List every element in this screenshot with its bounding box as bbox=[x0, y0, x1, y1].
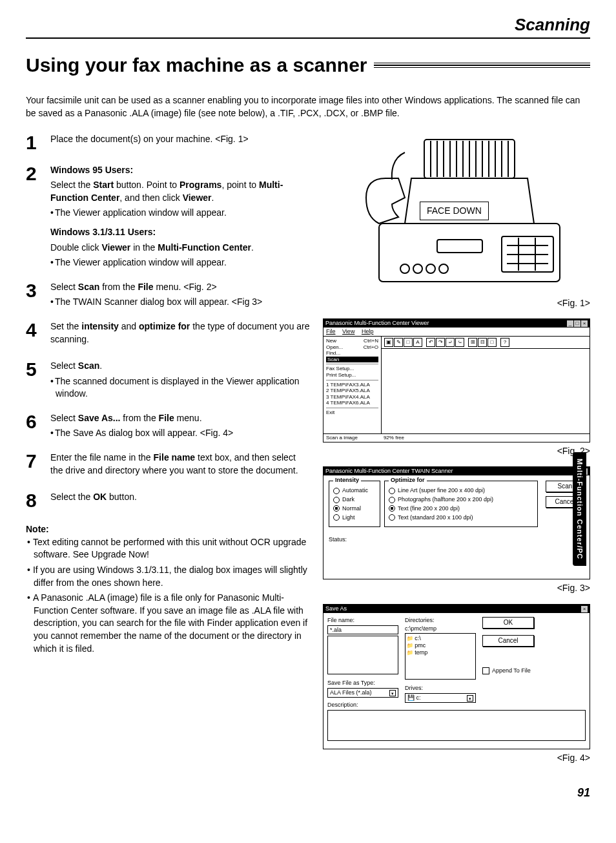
svg-rect-15 bbox=[437, 240, 482, 253]
toolbar-button[interactable]: ✎ bbox=[394, 338, 403, 347]
step-text: Select the OK button. bbox=[50, 491, 310, 504]
radio-light[interactable]: Light bbox=[333, 514, 376, 521]
radio-text-standard[interactable]: Text (standard 200 x 100 dpi) bbox=[389, 514, 533, 521]
directories-listbox[interactable]: c:\ pmc temp bbox=[405, 633, 476, 680]
window-title: Panasonic Multi-Function Center TWAIN Sc… bbox=[325, 468, 453, 475]
figures-column: FACE DOWN <Fig. 1> Panasonic Multi-Funct… bbox=[323, 133, 590, 774]
toolbar-button[interactable]: ↶ bbox=[426, 338, 435, 347]
radio-text-fine[interactable]: Text (fine 200 x 200 dpi) bbox=[389, 505, 533, 512]
intensity-legend: Intensity bbox=[333, 477, 361, 484]
intro-paragraph: Your facsimile unit can be used as a sca… bbox=[26, 94, 581, 120]
toolbar-button[interactable]: ⊞ bbox=[468, 338, 477, 347]
menu-item-exit[interactable]: Exit bbox=[326, 410, 378, 416]
step-5: 5 Select Scan. The scanned document is d… bbox=[26, 360, 310, 401]
menu-item-scan[interactable]: Scan bbox=[326, 357, 378, 363]
dir-item[interactable]: c:\ bbox=[407, 635, 474, 642]
menu-item-open[interactable]: Open... bbox=[326, 344, 343, 351]
menu-item-printsetup[interactable]: Print Setup... bbox=[326, 372, 378, 379]
bold: OK bbox=[93, 492, 107, 502]
toolbar-button[interactable]: ⤿ bbox=[455, 338, 464, 347]
menu-item-faxsetup[interactable]: Fax Setup... bbox=[326, 366, 378, 372]
t: Select bbox=[50, 360, 78, 371]
figure-4-saveas-dialog: Save As × File name: *.ala Save File as … bbox=[323, 604, 590, 749]
menu-help[interactable]: Help bbox=[362, 328, 374, 335]
menu-view[interactable]: View bbox=[342, 328, 354, 335]
close-icon[interactable]: × bbox=[581, 606, 588, 612]
figure-2-viewer-window: Panasonic Multi-Function Center Viewer _… bbox=[323, 318, 590, 442]
recent-file[interactable]: 2 TEMP\FAX5.ALA bbox=[326, 388, 378, 394]
step-number: 2 bbox=[26, 164, 43, 269]
step-text: Enter the file name in the File name tex… bbox=[50, 452, 310, 477]
t: in the bbox=[130, 242, 158, 253]
maximize-icon[interactable]: □ bbox=[574, 320, 580, 327]
description-input[interactable] bbox=[327, 710, 586, 741]
status-free: 92% free bbox=[384, 435, 404, 441]
step-text: Select the Start button. Point to Progra… bbox=[50, 179, 310, 204]
figure-3-caption: <Fig. 3> bbox=[323, 582, 590, 595]
radio-photographs[interactable]: Photographs (halftone 200 x 200 dpi) bbox=[389, 496, 533, 503]
combo-value: 💾 c: bbox=[407, 694, 421, 702]
chevron-down-icon[interactable]: ▾ bbox=[389, 690, 396, 696]
window-titlebar: Save As × bbox=[323, 605, 590, 613]
append-checkbox[interactable]: Append To File bbox=[482, 667, 534, 674]
side-tab: Multi-Function Center/PC bbox=[573, 452, 586, 566]
window-titlebar: Panasonic Multi-Function Center Viewer _… bbox=[323, 319, 590, 328]
drives-combo[interactable]: 💾 c:▾ bbox=[405, 693, 476, 703]
toolbar: ▣✎□A ↶↷⤾⤿ ⊞⊟□ ? bbox=[382, 337, 590, 349]
dir-item[interactable]: temp bbox=[407, 649, 474, 656]
savetype-combo[interactable]: ALA Files (*.ala)▾ bbox=[327, 688, 398, 698]
t: menu. <Fig. 2> bbox=[154, 282, 217, 292]
step-2: 2 Windows 95 Users: Select the Start but… bbox=[26, 164, 310, 269]
bullet: The Viewer application window will appea… bbox=[50, 207, 310, 220]
t: from the bbox=[99, 282, 138, 292]
minimize-icon[interactable]: _ bbox=[567, 320, 573, 327]
menu-file[interactable]: File bbox=[326, 328, 336, 335]
recent-file[interactable]: 3 TEMP\FAX4.ALA bbox=[326, 394, 378, 401]
toolbar-button[interactable]: ? bbox=[500, 338, 509, 347]
toolbar-button[interactable]: ⤾ bbox=[446, 338, 455, 347]
win31-heading: Windows 3.1/3.11 Users: bbox=[50, 227, 156, 237]
t: . bbox=[99, 360, 102, 371]
dir-item[interactable]: pmc bbox=[407, 642, 474, 649]
bullet: The TWAIN Scanner dialog box will appear… bbox=[50, 296, 310, 309]
radio-dark[interactable]: Dark bbox=[333, 496, 376, 503]
t: Double click bbox=[50, 242, 101, 253]
toolbar-button[interactable]: □ bbox=[404, 338, 413, 347]
filename-listbox[interactable] bbox=[327, 636, 398, 674]
menu-item-new[interactable]: New bbox=[326, 338, 336, 344]
close-icon[interactable]: × bbox=[581, 320, 588, 327]
t: and bbox=[119, 321, 139, 331]
section-header: Scanning bbox=[26, 13, 590, 39]
chevron-down-icon[interactable]: ▾ bbox=[467, 695, 473, 702]
toolbar-button[interactable]: □ bbox=[488, 338, 497, 347]
bold: Scan bbox=[78, 360, 99, 371]
step-4: 4 Set the intensity and optimize for the… bbox=[26, 320, 310, 348]
window-titlebar: Panasonic Multi-Function Center TWAIN Sc… bbox=[323, 467, 590, 475]
t: Select bbox=[50, 413, 78, 423]
bold: File bbox=[159, 413, 174, 423]
t: Select bbox=[50, 282, 78, 292]
recent-file[interactable]: 4 TEMP\FAX6.ALA bbox=[326, 400, 378, 406]
radio-automatic[interactable]: Automatic bbox=[333, 487, 376, 494]
filename-input[interactable]: *.ala bbox=[327, 625, 398, 635]
t: Select the bbox=[50, 180, 93, 190]
t: , point to bbox=[221, 180, 259, 190]
statusbar: Scan a image 92% free bbox=[323, 433, 590, 442]
cancel-button[interactable]: Cancel bbox=[482, 635, 534, 647]
directories-label: Directories: bbox=[405, 617, 476, 624]
bullet: The Save As dialog box will appear. <Fig… bbox=[50, 427, 310, 440]
toolbar-button[interactable]: ↷ bbox=[436, 338, 445, 347]
radio-normal[interactable]: Normal bbox=[333, 505, 376, 512]
ok-button[interactable]: OK bbox=[482, 617, 534, 629]
step-number: 6 bbox=[26, 412, 43, 440]
t: Select the bbox=[50, 492, 93, 502]
toolbar-button[interactable]: ⊟ bbox=[478, 338, 487, 347]
recent-file[interactable]: 1 TEMP\FAX3.ALA bbox=[326, 382, 378, 388]
toolbar-button[interactable]: A bbox=[413, 338, 422, 347]
step-text: Select Save As... from the File menu. bbox=[50, 412, 310, 425]
menu-item-find[interactable]: Find... bbox=[326, 350, 378, 357]
t: . bbox=[212, 193, 214, 203]
radio-lineart[interactable]: Line Art (super fine 200 x 400 dpi) bbox=[389, 487, 533, 494]
toolbar-button[interactable]: ▣ bbox=[384, 338, 393, 347]
bold: Programs bbox=[180, 180, 221, 190]
